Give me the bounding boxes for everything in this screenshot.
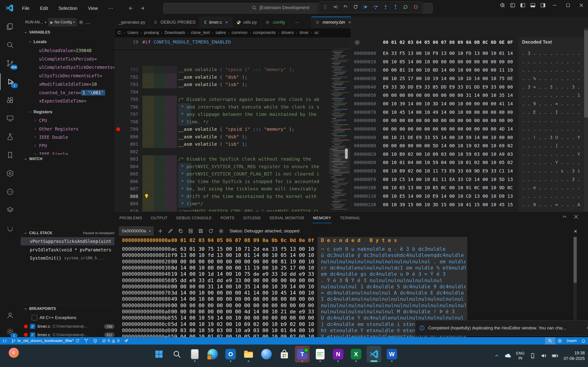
variable-row[interactable]: xExpectedIdleTime = — [21, 97, 115, 105]
debug-config-dropdown[interactable]: ▶ No Config ▾ — [48, 18, 77, 26]
maximize-button[interactable] — [561, 0, 575, 10]
add-memory-view-icon[interactable] — [157, 227, 164, 234]
hex-bytes[interactable]: 00 10 39 14 00 10 3D 14 00 10 00 00 00 0… — [383, 101, 513, 106]
section-call-stack[interactable]: CALL STACKPaused on breakpoint — [21, 229, 115, 237]
checks-item[interactable] — [91, 337, 100, 344]
panel-tab-terminal[interactable]: TERMINAL — [339, 215, 361, 222]
activity-source-control[interactable]: 464 — [0, 55, 20, 72]
activity-search[interactable] — [0, 37, 20, 53]
menu-file[interactable]: File — [18, 4, 33, 13]
profile-globe-icon[interactable] — [498, 0, 508, 10]
memory-scrollbar-thumb[interactable] — [573, 237, 577, 283]
code-line[interactable]: 805 * portNVIC_SYSTICK_COUNT_FLAG_BIT is… — [114, 170, 351, 178]
taskbar-app-edge[interactable] — [205, 346, 220, 362]
notification-toast[interactable]: Completed (hopefully) duplicating the He… — [415, 320, 588, 336]
code-line[interactable]: 795/* Disable interrupts again because t… — [114, 96, 351, 103]
breadcrumb-item[interactable]: C: — [118, 30, 122, 35]
line-number[interactable]: 797 — [114, 110, 138, 118]
toggle-secondary-sidebar-icon[interactable] — [538, 0, 548, 10]
step-into-icon[interactable] — [381, 3, 390, 11]
tab--generator-py[interactable]: _generator.py — [114, 17, 149, 28]
breakpoint-exceptions[interactable]: All C++ Exceptions — [21, 314, 115, 322]
memory-address-dropdown[interactable]: 0x0000000a ▾ — [119, 226, 154, 236]
code-line[interactable]: 810//portNVIC_SYSTICK_CTRL_REG = ( portN… — [114, 208, 351, 212]
panel-collapse-icon[interactable] — [562, 214, 567, 219]
tab-overflow-icon[interactable]: ⋯ — [291, 17, 303, 28]
code-line[interactable]: 792__asm volatile ( "dsb" ); — [114, 73, 351, 81]
notifications-bell-icon[interactable] — [579, 337, 588, 344]
notification-close-icon[interactable]: × — [587, 325, 588, 331]
step-out-icon[interactable] — [392, 3, 400, 11]
section-breakpoints[interactable]: BREAKPOINTS — [21, 304, 115, 313]
breadcrumb[interactable]: C:›Users›pnataraj›Downloads›clone_test›s… — [118, 28, 319, 37]
code-line[interactable]: 804 * portNVIC_SYSTICK_CTRL_REG register… — [114, 163, 351, 170]
line-number[interactable]: 806 — [114, 178, 138, 185]
line-number[interactable]: 796 — [114, 103, 138, 111]
menu-view[interactable]: View — [84, 4, 102, 13]
tray-chevron-icon[interactable] — [494, 353, 499, 358]
menu-edit[interactable]: Edit — [36, 4, 52, 13]
code-editor[interactable]: 791__asm volatile ( "cpsie i" ::: "memor… — [114, 37, 351, 211]
code-line[interactable]: 801__asm volatile ( "isb" ); — [114, 140, 351, 148]
breadcrumb-item[interactable]: components — [253, 30, 276, 35]
panel-tab-memory[interactable]: MEMORY — [313, 215, 332, 222]
tab--config[interactable]: .config — [261, 17, 289, 28]
code-line[interactable]: 803/* Disable the SysTick clock without … — [114, 155, 351, 163]
extension-status-icon[interactable] — [555, 337, 564, 344]
taskbar-app-excel[interactable]: X — [349, 346, 363, 362]
hex-bytes[interactable]: 00 00 00 00 00 00 5D 14 00 10 19 02 00 1… — [383, 143, 513, 148]
menu-overflow[interactable]: ⋯ — [105, 4, 117, 13]
taskbar-app-copilot[interactable] — [259, 346, 274, 362]
activity-testing[interactable] — [0, 128, 20, 145]
tab-close-icon[interactable]: × — [225, 20, 228, 25]
taskbar-app-word[interactable]: W — [384, 346, 399, 362]
line-number[interactable]: 807 — [114, 185, 138, 193]
toggle-panel-icon[interactable] — [528, 0, 538, 10]
breadcrumb-item[interactable]: sc — [314, 30, 319, 35]
hex-bytes[interactable]: 00 10 B9 02 00 10 09 03 00 10 59 03 00 1… — [383, 151, 513, 157]
sidebar-more-icon[interactable]: … — [86, 19, 90, 25]
taskbar-app-teams[interactable]: T✓ — [295, 346, 310, 362]
activity-bookmarks[interactable] — [0, 147, 20, 163]
code-line[interactable]: 799__asm volatile ( "cpsid i" ::: "memor… — [114, 125, 351, 133]
checkbox-unchecked[interactable] — [32, 315, 37, 320]
sticky-scroll-line[interactable]: 19 #if CONFIG_MODULE_TIMERS_ENABLED — [114, 37, 351, 49]
code-line[interactable]: 800__asm volatile ( "dsb" ); — [114, 133, 351, 141]
tree-locals[interactable]: Locals — [21, 38, 115, 46]
code-line[interactable]: 796 * and interrupts that execute while … — [114, 103, 351, 111]
activity-remote-explorer[interactable] — [0, 110, 20, 127]
register-group-other-registers[interactable]: Other Registers — [21, 125, 115, 133]
code-line[interactable]: 808 * drift of the time maintained by th… — [114, 193, 351, 200]
panel-tab-gitlens[interactable]: GITLENS — [243, 215, 261, 222]
stack-frame[interactable]: SystemInit()system_sr100_h... — [21, 254, 115, 262]
hex-bytes[interactable]: 00 10 39 15 00 10 3D 15 00 10 41 15 00 1… — [383, 202, 513, 207]
editor-scrollbar-thumb[interactable] — [345, 148, 348, 159]
taskbar-notification-badge[interactable]: 6 — [9, 348, 19, 358]
start-debug-icon[interactable]: ▶ — [50, 20, 53, 25]
hex-editor[interactable]: 00 01 02 03 04 05 06 07 08 09 0A 0B 0C 0… — [351, 17, 588, 211]
breadcrumb-item[interactable]: pnataraj — [144, 30, 159, 35]
code-line[interactable]: 791__asm volatile ( "cpsie i" ::: "memor… — [114, 66, 351, 73]
register-group-ieee-double[interactable]: IEEE Double — [21, 133, 115, 141]
debug-probes-item[interactable] — [82, 337, 91, 344]
tab-utils-py[interactable]: utils.py — [232, 17, 261, 28]
taskbar-app-snip[interactable] — [313, 346, 328, 362]
close-button[interactable] — [575, 0, 588, 10]
register-group-cpu[interactable]: CPU — [21, 116, 115, 125]
breakpoint-row[interactable]: ✓ timer.cC:\Users\pnataraj\...811 — [21, 331, 115, 337]
hex-bytes[interactable]: 00 10 45 14 00 10 49 14 00 10 00 00 00 0… — [383, 109, 513, 115]
hex-settings-gear-icon[interactable] — [354, 40, 360, 45]
stack-frame[interactable]: prvIdleTask(void * pvParameters — [21, 246, 115, 254]
code-line[interactable]: 809 * time*/ — [114, 200, 351, 208]
memory-settings-gear-icon[interactable] — [217, 227, 225, 234]
memory-widget-close-icon[interactable]: × — [574, 228, 577, 235]
tab-debug-probes[interactable]: DEBUG PROBES — [149, 17, 200, 28]
code-line[interactable]: 793__asm volatile ( "isb" ); — [114, 81, 351, 88]
reverse-continue-icon[interactable] — [351, 3, 359, 11]
activity-notebook[interactable] — [0, 220, 20, 237]
hex-bytes[interactable]: E9 33 3D DD E9 33 85 DD E9 33 D1 DD E9 3… — [383, 84, 513, 90]
register-group-fpu[interactable]: FPU — [21, 142, 115, 150]
panel-tab-debug-console[interactable]: DEBUG CONSOLE — [176, 215, 212, 222]
line-number[interactable]: 803 — [114, 155, 138, 163]
refresh-icon[interactable] — [208, 227, 214, 234]
